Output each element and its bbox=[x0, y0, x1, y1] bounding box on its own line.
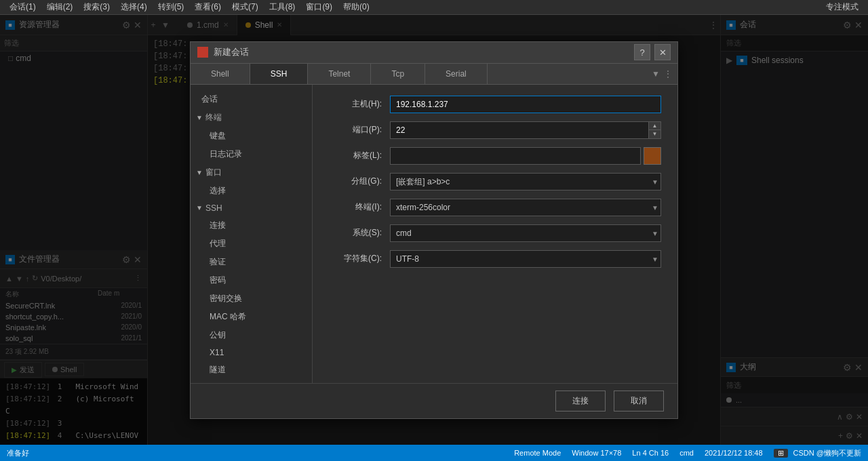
spin-up[interactable]: ▲ bbox=[649, 122, 660, 131]
tab-telnet-dialog[interactable]: Telnet bbox=[308, 64, 371, 84]
port-row: 端口(P): ▲ ▼ bbox=[329, 121, 661, 139]
menu-item-session[interactable]: 会话(1) bbox=[4, 0, 41, 14]
nav-machash[interactable]: MAC 哈希 bbox=[191, 308, 312, 326]
nav-ssh-section[interactable]: ▼ SSH bbox=[191, 200, 312, 216]
port-spinbox: ▲ ▼ bbox=[390, 121, 661, 139]
menu-item-goto[interactable]: 转到(5) bbox=[153, 0, 190, 14]
csdn-label: CSDN @懒狗不更新 bbox=[793, 448, 861, 458]
nav-logging[interactable]: 日志记录 bbox=[191, 145, 312, 163]
windows-icon: ⊞ bbox=[774, 449, 788, 458]
nav-x11[interactable]: X11 bbox=[191, 344, 312, 361]
group-select-wrapper: [嵌套组] a>b>c ▼ bbox=[390, 173, 661, 191]
menu-bar: 会话(1) 编辑(2) 搜索(3) 选择(4) 转到(5) 查看(6) 模式(7… bbox=[0, 0, 868, 15]
charset-select[interactable]: UTF-8 bbox=[390, 250, 661, 268]
color-picker-btn[interactable] bbox=[644, 147, 661, 165]
system-select[interactable]: cmd bbox=[390, 224, 661, 242]
new-session-dialog: 新建会话 ? ✕ Shell SSH Telnet Tcp Serial ▼ ⋮ bbox=[190, 41, 678, 419]
nav-session[interactable]: 会话 bbox=[191, 90, 312, 108]
status-bar: 准备好 Remote Mode Window 17×78 Ln 4 Ch 16 … bbox=[0, 445, 868, 461]
ready-status: 准备好 bbox=[7, 448, 29, 458]
dialog-body: 会话 ▼ 终端 键盘 日志记录 ▼ 窗口 选择 ▼ SSH bbox=[191, 85, 677, 383]
ln-ch: Ln 4 Ch 16 bbox=[632, 449, 669, 457]
nav-tunnel[interactable]: 隧道 bbox=[191, 361, 312, 379]
menu-item-view[interactable]: 查看(6) bbox=[189, 0, 226, 14]
menu-item-mode[interactable]: 模式(7) bbox=[226, 0, 264, 14]
nav-window-section[interactable]: ▼ 窗口 bbox=[191, 163, 312, 182]
terminal-row: 终端(I): xterm-256color ▼ bbox=[329, 199, 661, 216]
nav-proxy[interactable]: 代理 bbox=[191, 235, 312, 253]
tab-shell-dialog[interactable]: Shell bbox=[191, 64, 250, 84]
dialog-titlebar: 新建会话 ? ✕ bbox=[191, 42, 677, 64]
nav-terminal-section[interactable]: ▼ 终端 bbox=[191, 108, 312, 127]
tab-ssh-dialog[interactable]: SSH bbox=[250, 64, 309, 84]
menu-item-search[interactable]: 搜索(3) bbox=[78, 0, 115, 14]
menu-item-help[interactable]: 帮助(0) bbox=[338, 0, 375, 14]
nav-keyexchange[interactable]: 密钥交换 bbox=[191, 289, 312, 308]
port-spinner[interactable]: ▲ ▼ bbox=[649, 121, 661, 139]
group-select[interactable]: [嵌套组] a>b>c bbox=[390, 173, 661, 191]
cancel-button[interactable]: 取消 bbox=[614, 390, 664, 412]
port-label: 端口(P): bbox=[329, 124, 390, 136]
nav-auth[interactable]: 验证 bbox=[191, 253, 312, 271]
datetime: 2021/12/12 18:48 bbox=[705, 449, 763, 457]
terminal-label: 终端(I): bbox=[329, 201, 390, 213]
dialog-icon bbox=[197, 47, 208, 58]
tab-serial-dialog[interactable]: Serial bbox=[425, 64, 488, 84]
system-label: 系统(S): bbox=[329, 227, 390, 239]
nav-password[interactable]: 密码 bbox=[191, 271, 312, 289]
tag-row: 标签(L): bbox=[329, 147, 661, 165]
dialog-tab-bar: Shell SSH Telnet Tcp Serial ▼ ⋮ bbox=[191, 64, 677, 85]
remote-mode: Remote Mode bbox=[514, 449, 561, 457]
nav-expand-arrow3: ▼ bbox=[196, 204, 203, 212]
connect-button[interactable]: 连接 bbox=[555, 390, 606, 412]
menu-item-tools[interactable]: 工具(8) bbox=[264, 0, 301, 14]
port-input[interactable] bbox=[390, 121, 649, 139]
dialog-help-btn[interactable]: ? bbox=[634, 44, 650, 60]
tag-input[interactable] bbox=[390, 147, 641, 165]
menu-item-window[interactable]: 窗口(9) bbox=[300, 0, 338, 14]
tab-tcp-dialog[interactable]: Tcp bbox=[371, 64, 425, 84]
terminal-select-wrapper: xterm-256color ▼ bbox=[390, 199, 661, 216]
tab-bar-more[interactable]: ⋮ bbox=[664, 69, 672, 79]
system-row: 系统(S): cmd ▼ bbox=[329, 224, 661, 242]
nav-select[interactable]: 选择 bbox=[191, 182, 312, 200]
host-input[interactable] bbox=[390, 96, 661, 113]
spin-down[interactable]: ▼ bbox=[649, 130, 660, 138]
tag-input-group bbox=[390, 147, 661, 165]
dialog-footer: 连接 取消 bbox=[191, 383, 677, 418]
group-row: 分组(G): [嵌套组] a>b>c ▼ bbox=[329, 173, 661, 191]
dialog-close-btn[interactable]: ✕ bbox=[654, 44, 671, 60]
group-label: 分组(G): bbox=[329, 176, 390, 187]
host-label: 主机(H): bbox=[329, 98, 390, 110]
system-status: cmd bbox=[679, 449, 694, 457]
nav-connect[interactable]: 连接 bbox=[191, 216, 312, 235]
charset-label: 字符集(C): bbox=[329, 253, 390, 264]
charset-select-wrapper: UTF-8 ▼ bbox=[390, 250, 661, 268]
tab-bar-dropdown[interactable]: ▼ bbox=[652, 69, 660, 79]
nav-expand-arrow: ▼ bbox=[196, 114, 203, 121]
system-select-wrapper: cmd ▼ bbox=[390, 224, 661, 242]
dialog-overlay: 新建会话 ? ✕ Shell SSH Telnet Tcp Serial ▼ ⋮ bbox=[0, 15, 868, 445]
charset-row: 字符集(C): UTF-8 ▼ bbox=[329, 250, 661, 268]
nav-xyzmodem[interactable]: X/Y/Z Modem bbox=[191, 379, 312, 383]
nav-pubkey[interactable]: 公钥 bbox=[191, 326, 312, 344]
focus-mode-btn[interactable]: 专注模式 bbox=[821, 0, 864, 14]
tag-label: 标签(L): bbox=[329, 150, 390, 161]
nav-expand-arrow2: ▼ bbox=[196, 169, 203, 176]
nav-keyboard[interactable]: 键盘 bbox=[191, 127, 312, 145]
menu-item-edit[interactable]: 编辑(2) bbox=[41, 0, 79, 14]
window-size: Window 17×78 bbox=[572, 449, 621, 457]
dialog-title: 新建会话 bbox=[214, 46, 634, 58]
terminal-select[interactable]: xterm-256color bbox=[390, 199, 661, 216]
dialog-nav: 会话 ▼ 终端 键盘 日志记录 ▼ 窗口 选择 ▼ SSH bbox=[191, 85, 313, 383]
menu-item-select[interactable]: 选择(4) bbox=[115, 0, 153, 14]
host-row: 主机(H): bbox=[329, 96, 661, 113]
dialog-form: 主机(H): 端口(P): ▲ ▼ bbox=[313, 85, 677, 383]
